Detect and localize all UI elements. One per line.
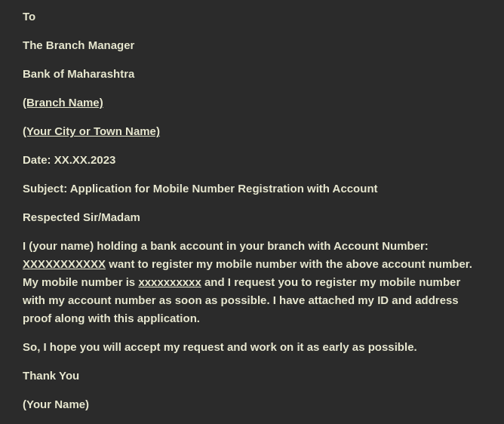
letter-container: To The Branch Manager Bank of Maharashtr… <box>23 8 481 424</box>
branch-name: (Branch Name) <box>23 94 481 112</box>
recipient: The Branch Manager <box>23 36 481 54</box>
mobile-number: xxxxxxxxxx <box>138 275 201 288</box>
thank-you: Thank You <box>23 367 481 385</box>
to-label: To <box>23 8 481 26</box>
city-name: (Your City or Town Name) <box>23 122 481 140</box>
bank-name: Bank of Maharashtra <box>23 65 481 83</box>
body-part1: I (your name) holding a bank account in … <box>23 239 429 252</box>
body-paragraph: I (your name) holding a bank account in … <box>23 237 481 327</box>
closing-para: So, I hope you will accept my request an… <box>23 338 481 356</box>
and-text: and <box>201 275 225 288</box>
account-number: XXXXXXXXXXX <box>23 257 106 270</box>
date: Date: XX.XX.2023 <box>23 151 481 169</box>
your-name: (Your Name) <box>23 395 481 413</box>
salutation: Respected Sir/Madam <box>23 208 481 226</box>
subject: Subject: Application for Mobile Number R… <box>23 180 481 198</box>
